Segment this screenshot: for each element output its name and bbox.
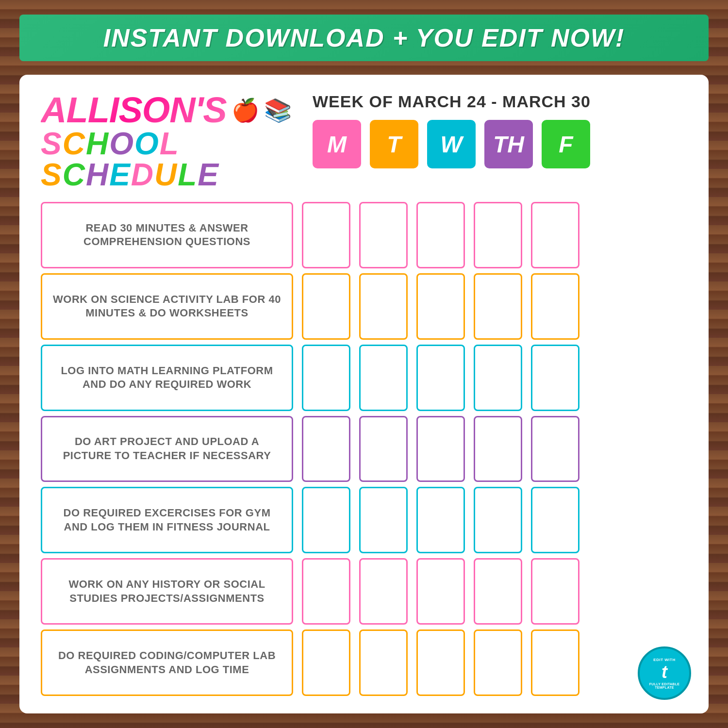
day-tuesday: T: [370, 120, 418, 168]
check-cell[interactable]: [302, 202, 350, 268]
check-cell[interactable]: [531, 416, 579, 482]
task-row: DO ART PROJECT AND UPLOAD A PICTURE TO T…: [41, 416, 687, 482]
allisons-line: ALLISON'S 🍎 📚: [41, 92, 292, 128]
templett-badge: EDIT WITH t FULLY EDITABLE TEMPLATE: [638, 646, 691, 700]
check-cell[interactable]: [474, 416, 522, 482]
templett-letter: t: [662, 662, 667, 682]
day-wednesday: W: [427, 120, 476, 168]
school-schedule-text: SCHOOL SCHEDULE: [41, 128, 293, 190]
task-cells-3: [302, 345, 687, 411]
check-cell[interactable]: [531, 273, 579, 340]
header-row: ALLISON'S 🍎 📚 SCHOOL SCHEDULE WEEK OF MA…: [41, 92, 687, 190]
check-cell[interactable]: [474, 558, 522, 625]
check-cell[interactable]: [416, 558, 465, 625]
check-cell[interactable]: [359, 558, 408, 625]
check-cell[interactable]: [474, 273, 522, 340]
task-label-1: READ 30 MINUTES & ANSWER COMPREHENSION Q…: [41, 202, 293, 268]
task-grid: READ 30 MINUTES & ANSWER COMPREHENSION Q…: [41, 202, 687, 696]
task-label-6: WORK ON ANY HISTORY OR SOCIAL STUDIES PR…: [41, 558, 293, 625]
task-label-2: WORK ON SCIENCE ACTIVITY LAB FOR 40 MINU…: [41, 273, 293, 340]
check-cell[interactable]: [531, 558, 579, 625]
check-cell[interactable]: [359, 416, 408, 482]
check-cell[interactable]: [359, 345, 408, 411]
templett-bottom-text: FULLY EDITABLE TEMPLATE: [643, 682, 686, 689]
templett-top-text: EDIT WITH: [653, 658, 675, 662]
task-cells-6: [302, 558, 687, 625]
check-cell[interactable]: [474, 202, 522, 268]
task-label-5: DO REQUIRED EXCERCISES FOR GYM AND LOG T…: [41, 487, 293, 553]
check-cell[interactable]: [359, 487, 408, 553]
main-card: ALLISON'S 🍎 📚 SCHOOL SCHEDULE WEEK OF MA…: [19, 75, 709, 713]
check-cell[interactable]: [359, 273, 408, 340]
check-cell[interactable]: [302, 487, 350, 553]
title-block: ALLISON'S 🍎 📚 SCHOOL SCHEDULE: [41, 92, 293, 190]
day-monday: M: [313, 120, 361, 168]
check-cell[interactable]: [416, 273, 465, 340]
background: INSTANT DOWNLOAD + YOU EDIT NOW! ALLISON…: [0, 0, 728, 728]
apple-icon: 🍎: [232, 97, 259, 123]
week-block: WEEK OF MARCH 24 - MARCH 30 M T W TH F: [293, 92, 687, 168]
day-thursday: TH: [484, 120, 533, 168]
check-cell[interactable]: [474, 629, 522, 696]
templett-inner: EDIT WITH t FULLY EDITABLE TEMPLATE: [643, 651, 686, 695]
allisons-text: ALLISON'S: [41, 92, 227, 128]
check-cell[interactable]: [531, 202, 579, 268]
check-cell[interactable]: [302, 345, 350, 411]
task-label-3: LOG INTO MATH LEARNING PLATFORM AND DO A…: [41, 345, 293, 411]
task-cells-1: [302, 202, 687, 268]
task-row: DO REQUIRED EXCERCISES FOR GYM AND LOG T…: [41, 487, 687, 553]
check-cell[interactable]: [474, 487, 522, 553]
task-cells-5: [302, 487, 687, 553]
task-row: READ 30 MINUTES & ANSWER COMPREHENSION Q…: [41, 202, 687, 268]
banner-text: INSTANT DOWNLOAD + YOU EDIT NOW!: [103, 24, 625, 52]
check-cell[interactable]: [416, 629, 465, 696]
task-cells-2: [302, 273, 687, 340]
task-row: WORK ON ANY HISTORY OR SOCIAL STUDIES PR…: [41, 558, 687, 625]
check-cell[interactable]: [416, 345, 465, 411]
check-cell[interactable]: [359, 202, 408, 268]
check-cell[interactable]: [302, 416, 350, 482]
check-cell[interactable]: [474, 345, 522, 411]
check-cell[interactable]: [531, 629, 579, 696]
check-cell[interactable]: [531, 345, 579, 411]
task-row: DO REQUIRED CODING/COMPUTER LAB ASSIGNME…: [41, 629, 687, 696]
task-cells-7: [302, 629, 687, 696]
check-cell[interactable]: [531, 487, 579, 553]
check-cell[interactable]: [359, 629, 408, 696]
task-label-4: DO ART PROJECT AND UPLOAD A PICTURE TO T…: [41, 416, 293, 482]
promo-banner: INSTANT DOWNLOAD + YOU EDIT NOW!: [19, 15, 709, 61]
task-cells-4: [302, 416, 687, 482]
books-icon: 📚: [264, 97, 292, 123]
check-cell[interactable]: [302, 629, 350, 696]
task-row: LOG INTO MATH LEARNING PLATFORM AND DO A…: [41, 345, 687, 411]
check-cell[interactable]: [416, 202, 465, 268]
check-cell[interactable]: [416, 416, 465, 482]
day-friday: F: [542, 120, 590, 168]
check-cell[interactable]: [302, 558, 350, 625]
check-cell[interactable]: [416, 487, 465, 553]
task-row: WORK ON SCIENCE ACTIVITY LAB FOR 40 MINU…: [41, 273, 687, 340]
task-label-7: DO REQUIRED CODING/COMPUTER LAB ASSIGNME…: [41, 629, 293, 696]
day-headers: M T W TH F: [313, 120, 590, 168]
check-cell[interactable]: [302, 273, 350, 340]
week-text: WEEK OF MARCH 24 - MARCH 30: [313, 92, 591, 111]
